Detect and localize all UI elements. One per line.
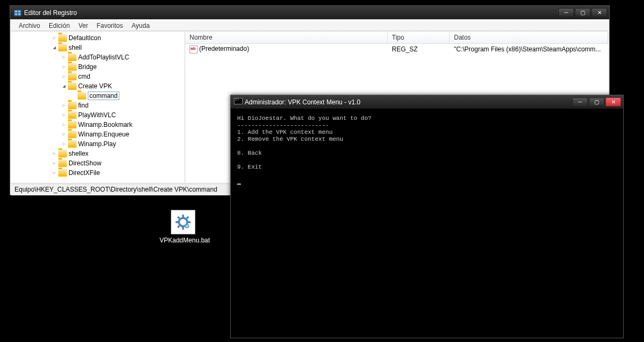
tree-node-shell[interactable]: shell [11,43,185,52]
console-output[interactable]: Hi DioJoestar. What do you want to do? -… [234,112,620,335]
expander-icon[interactable] [52,171,57,176]
tree-node-directshow[interactable]: DirectShow [11,158,185,168]
folder-icon [68,131,77,138]
folder-icon [68,54,77,61]
tree-node-create-vpk[interactable]: Create VPK [11,81,185,91]
expander-icon[interactable] [62,84,66,89]
svg-rect-2 [18,11,20,12]
folder-icon [58,34,67,42]
regedit-title: Editor del Registro [24,9,557,17]
svg-rect-8 [176,221,178,223]
expander-icon[interactable] [62,103,66,108]
regedit-icon [13,9,22,17]
svg-rect-7 [182,227,184,230]
console-cursor [237,184,241,185]
console-title: Administrador: VPK Context Menu - v1.0 [245,98,571,106]
tree-node-shellex[interactable]: shellex [11,149,185,158]
tree-node-label: cmd [78,73,90,80]
tree-node-label: find [78,102,88,109]
tree-node-command[interactable]: command [11,91,185,101]
desktop-icon-vpkaddmenu[interactable]: VPKaddMenu.bat [160,210,207,244]
value-type: REG_SZ [388,45,450,54]
maximize-button[interactable]: ▢ [575,8,590,17]
folder-icon [58,159,67,167]
col-type[interactable]: Tipo [388,32,450,43]
tree-node-label: Create VPK [78,82,112,90]
menu-favoritos[interactable]: Favoritos [92,21,127,31]
svg-rect-6 [182,215,184,217]
value-row[interactable]: (Predeterminado) REG_SZ "C:\Program File… [185,44,608,55]
tree-node-label: command [88,92,119,100]
tree-node-label: Winamp.Play [78,140,116,148]
values-header: Nombre Tipo Datos [185,32,608,44]
folder-icon [68,111,77,119]
tree-node-label: Winamp.Enqueue [78,131,129,138]
tree-node-label: DefaultIcon [69,34,101,42]
tree-node-addtoplaylistvlc[interactable]: AddToPlaylistVLC [11,52,185,62]
expander-icon[interactable] [62,74,66,79]
regedit-titlebar[interactable]: Editor del Registro ─ ▢ ✕ [10,6,609,19]
svg-rect-0 [14,10,21,16]
folder-icon [68,73,77,80]
svg-rect-1 [15,11,17,12]
folder-icon [68,63,77,71]
cmd-icon [234,98,243,107]
desktop-icon-label: VPKaddMenu.bat [160,237,207,244]
tree-node-directxfile[interactable]: DirectXFile [11,168,185,178]
console-window: Administrador: VPK Context Menu - v1.0 ─… [230,95,624,338]
tree-node-label: Winamp.Bookmark [78,121,132,128]
folder-icon [78,92,86,100]
folder-icon [58,169,67,177]
folder-icon [68,121,77,128]
tree-node-label: DirectShow [69,159,101,167]
tree-node-defaulticon[interactable]: DefaultIcon [11,33,185,43]
value-name: (Predeterminado) [199,45,249,52]
menu-archivo[interactable]: Archivo [14,21,44,31]
bat-file-icon [171,210,195,234]
registry-tree[interactable]: DefaultIconshellAddToPlaylistVLCBridgecm… [11,32,185,183]
folder-icon [58,44,67,51]
tree-node-label: Bridge [78,63,97,71]
expander-icon[interactable] [62,132,66,137]
tree-node-winamp-play[interactable]: Winamp.Play [11,139,185,149]
menu-ver[interactable]: Ver [74,21,92,31]
expander-icon[interactable] [52,161,57,166]
tree-node-winamp-bookmark[interactable]: Winamp.Bookmark [11,120,185,130]
minimize-button[interactable]: ─ [572,97,588,107]
col-data[interactable]: Datos [450,32,608,43]
tree-node-cmd[interactable]: cmd [11,72,185,81]
svg-point-14 [185,224,190,229]
folder-icon [58,150,67,157]
tree-node-playwithvlc[interactable]: PlayWithVLC [11,110,185,120]
tree-node-label: DirectXFile [69,169,100,177]
maximize-button[interactable]: ▢ [589,97,604,107]
svg-rect-4 [18,13,20,15]
tree-node-label: shell [69,44,82,51]
folder-icon [68,102,77,109]
expander-icon[interactable] [62,55,66,60]
expander-icon[interactable] [62,123,66,127]
minimize-button[interactable]: ─ [558,8,574,17]
tree-node-label: AddToPlaylistVLC [78,54,129,61]
menu-ayuda[interactable]: Ayuda [127,21,154,31]
expander-icon[interactable] [52,36,57,41]
console-titlebar[interactable]: Administrador: VPK Context Menu - v1.0 ─… [231,95,623,109]
folder-icon [68,82,77,90]
svg-rect-9 [188,221,191,223]
expander-icon[interactable] [52,151,57,156]
tree-node-label: shellex [69,150,88,157]
regedit-menubar: Archivo Edición Ver Favoritos Ayuda [11,20,608,31]
expander-icon[interactable] [62,113,66,118]
expander-icon[interactable] [62,142,66,147]
close-button[interactable]: ✕ [605,97,621,107]
tree-node-find[interactable]: find [11,101,185,110]
string-value-icon [190,45,198,54]
tree-node-bridge[interactable]: Bridge [11,62,185,72]
tree-node-winamp-enqueue[interactable]: Winamp.Enqueue [11,130,185,139]
close-button[interactable]: ✕ [592,8,607,17]
expander-icon[interactable] [52,45,57,50]
expander-icon[interactable] [62,65,66,70]
col-name[interactable]: Nombre [185,32,388,43]
menu-edicion[interactable]: Edición [44,21,74,31]
svg-rect-3 [15,13,17,15]
